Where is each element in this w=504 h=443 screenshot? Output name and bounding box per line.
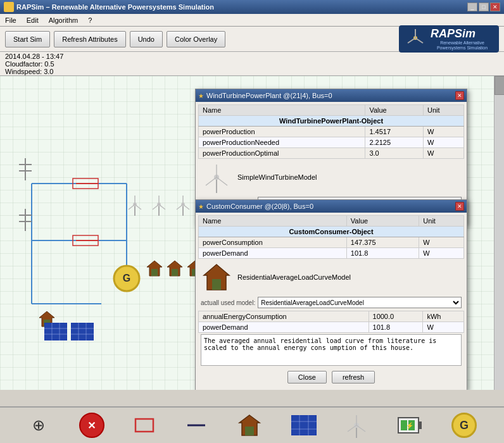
delete-button[interactable]: ✕ — [79, 413, 104, 438]
battery-bottom-icon: ⚡ — [397, 414, 422, 437]
consumer-col-value: Value — [346, 216, 419, 227]
svg-rect-33 — [44, 323, 67, 340]
col-value-header: Value — [365, 105, 424, 116]
menu-bar: File Edit Algorithm ? — [0, 14, 504, 27]
turbine-tool-item[interactable] — [345, 413, 368, 438]
undo-button[interactable]: Undo — [130, 31, 163, 47]
power-production-name: powerProduction — [199, 127, 365, 137]
custom-consumer-close-button[interactable]: ✕ — [455, 202, 464, 211]
maximize-button[interactable]: □ — [479, 3, 489, 11]
svg-line-22 — [129, 204, 135, 209]
svg-rect-49 — [212, 279, 221, 290]
start-sim-button[interactable]: Start Sim — [5, 31, 50, 47]
consumer-description: The averaged annual residential load cur… — [201, 334, 462, 366]
annual-energy-value: 1000.0 — [369, 311, 423, 322]
move-icon: ⊕ — [27, 414, 50, 437]
wind-turbine-close-button[interactable]: ✕ — [455, 91, 464, 100]
power-demand2-value: 101.8 — [369, 322, 423, 333]
table-row: powerProduction 1.4517 W — [199, 127, 464, 137]
annual-energy-unit: kWh — [423, 311, 464, 322]
table-row: powerDemand 101.8 W — [199, 248, 464, 259]
solar-bottom-icon — [291, 415, 317, 435]
logo-turbine-icon — [404, 27, 427, 49]
svg-line-64 — [348, 425, 356, 432]
consumer-col-name: Name — [199, 216, 347, 227]
refresh-attributes-button[interactable]: Refresh Attributes — [54, 31, 125, 47]
consumer-actuall-label: actuall used model: — [201, 299, 255, 306]
svg-rect-11 — [151, 269, 158, 276]
solar-panel-2 — [71, 323, 94, 340]
consumer-dialog-buttons: Close refresh — [198, 367, 464, 387]
table-row: powerConsumption 147.375 W — [199, 237, 464, 248]
consumer-model-icon — [201, 261, 232, 293]
wind-turbine-model-icon — [201, 161, 232, 193]
canvas-turbine-3 — [175, 193, 191, 216]
wind-turbine-dialog-titlebar[interactable]: ★ WindTurbinePowerPlant @(21|4), Bus=0 ✕ — [196, 89, 467, 102]
menu-file[interactable]: File — [3, 16, 19, 25]
table-row: powerProductionNeeded 2.2125 W — [199, 137, 464, 148]
wind-turbine-model-row: SimpleWindTurbineModel — [198, 159, 464, 196]
power-production-optimal-unit: W — [424, 148, 464, 159]
windspeed-label: Windspeed: 3.0 — [5, 68, 499, 75]
dialog-star-icon: ★ — [198, 92, 204, 99]
box-icon — [133, 414, 156, 437]
logo-text: RAPSim — [431, 27, 494, 41]
generator-label: G — [123, 273, 130, 284]
logo-area: RAPSim Renewable Alternative Powersystem… — [399, 25, 499, 53]
power-production-needed-name: powerProductionNeeded — [199, 137, 365, 148]
wind-turbine-group-label: WindTurbinePowerPlant-Object — [199, 116, 464, 127]
power-demand-unit: W — [419, 248, 464, 259]
house-tool-item[interactable] — [237, 413, 262, 438]
canvas-scrollbar[interactable] — [494, 76, 504, 390]
custom-consumer-dialog: ★ CustomConsumer @(20|8), Bus=0 ✕ Name V… — [195, 199, 467, 390]
table-row: annualEnergyConsumption 1000.0 kWh — [199, 311, 464, 322]
close-button[interactable]: Close — [287, 371, 327, 384]
scrollbar-thumb[interactable] — [495, 76, 504, 95]
menu-edit[interactable]: Edit — [24, 16, 41, 25]
consumer-model-select[interactable]: ResidentialAverageLoadCurveModel — [258, 297, 462, 308]
app-icon — [4, 2, 14, 12]
consumer-group-label: CustomConsumer-Object — [199, 227, 464, 237]
svg-line-31 — [183, 204, 189, 209]
table-row: powerDemand 101.8 W — [199, 322, 464, 333]
custom-consumer-dialog-titlebar[interactable]: ★ CustomConsumer @(20|8), Bus=0 ✕ — [196, 200, 467, 213]
window-controls: _ □ ✕ — [467, 3, 500, 11]
logo-subtitle: Renewable Alternative Powersystems Simul… — [431, 41, 494, 51]
solar-tool-item[interactable] — [291, 415, 317, 435]
canvas-turbine-2 — [151, 193, 167, 216]
custom-consumer-properties-table: Name Value Unit CustomConsumer-Object po… — [198, 215, 464, 259]
svg-rect-51 — [135, 419, 153, 432]
cloudfactor-label: Cloudfactor: 0.5 — [5, 60, 499, 68]
refresh-button[interactable]: refresh — [332, 371, 375, 384]
line-tool-item[interactable] — [133, 414, 156, 437]
svg-rect-55 — [291, 415, 317, 435]
title-bar: RAPSim – Renewable Alternative Powersyst… — [0, 0, 504, 14]
svg-rect-13 — [172, 269, 178, 276]
move-tool-item[interactable]: ⊕ — [27, 414, 50, 437]
main-toolbar: Start Sim Refresh Attributes Undo Color … — [0, 27, 504, 52]
app-title: RAPSim – Renewable Alternative Powersyst… — [16, 3, 214, 11]
wire-tool-item[interactable] — [185, 414, 208, 437]
wind-turbine-table-header: Name Value Unit — [199, 105, 464, 116]
grid-tool-button[interactable]: G — [451, 413, 477, 438]
svg-text:⚡: ⚡ — [406, 421, 414, 430]
consumer-table-header: Name Value Unit — [199, 216, 464, 227]
solar-group — [44, 323, 94, 340]
canvas-area: G — [0, 76, 504, 390]
svg-line-21 — [135, 204, 141, 209]
svg-rect-66 — [419, 421, 422, 429]
svg-rect-54 — [245, 427, 254, 435]
menu-help[interactable]: ? — [85, 16, 94, 25]
color-overlay-button[interactable]: Color Overlay — [167, 31, 225, 47]
annual-energy-name: annualEnergyConsumption — [199, 311, 369, 322]
turbine-bottom-icon — [345, 413, 368, 438]
svg-line-47 — [206, 177, 217, 185]
canvas-turbine-1 — [127, 193, 143, 216]
battery-tool-item[interactable]: ⚡ — [397, 414, 422, 437]
power-production-optimal-name: powerProductionOptimal — [199, 148, 365, 159]
power-demand2-unit: W — [423, 322, 464, 333]
close-button[interactable]: ✕ — [490, 3, 500, 11]
minimize-button[interactable]: _ — [467, 3, 477, 11]
menu-algorithm[interactable]: Algorithm — [46, 16, 80, 25]
wind-turbine-properties-table: Name Value Unit WindTurbinePowerPlant-Ob… — [198, 104, 464, 159]
